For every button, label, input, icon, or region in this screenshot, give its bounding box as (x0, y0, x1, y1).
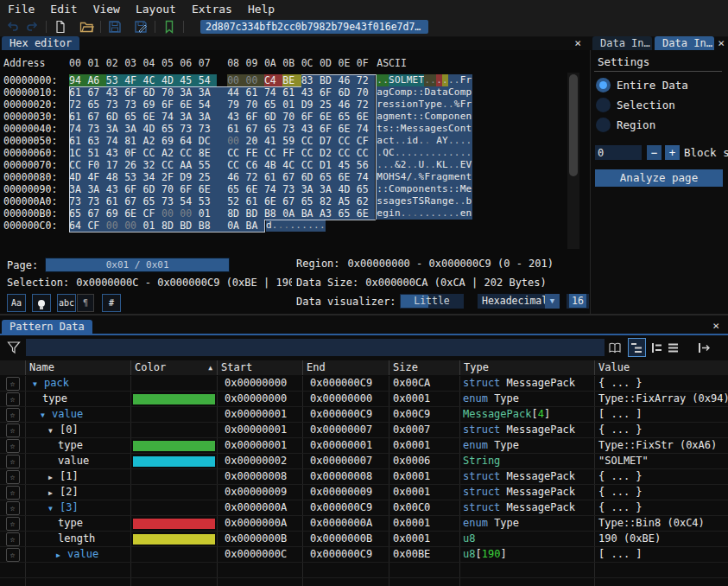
hex-byte[interactable]: 6E (180, 99, 198, 111)
analyze-page-button[interactable]: Analyze page (595, 169, 723, 187)
close-hex-editor-icon[interactable]: × (571, 36, 585, 50)
ascii-char[interactable]: T (413, 195, 419, 207)
hex-byte[interactable]: 6F (320, 123, 338, 135)
hex-byte[interactable]: 70 (161, 86, 180, 99)
ascii-char[interactable]: H (389, 171, 395, 183)
hex-byte[interactable]: CF (143, 207, 161, 220)
hex-byte[interactable]: 3A (301, 183, 320, 195)
minus-button[interactable]: − (647, 145, 662, 160)
ascii-char[interactable]: o (395, 86, 401, 99)
hex-byte[interactable]: 72 (357, 74, 375, 86)
ascii-char[interactable]: S (418, 195, 424, 207)
ascii-char[interactable]: . (401, 147, 407, 159)
hex-byte[interactable]: D9 (180, 171, 198, 183)
hex-byte[interactable]: 6E (338, 171, 356, 183)
hex-byte[interactable]: DC (199, 135, 217, 147)
hex-byte[interactable]: 43 (106, 183, 124, 195)
export-button[interactable] (695, 338, 713, 357)
hex-byte[interactable]: 74 (264, 86, 282, 99)
tab-hex-editor[interactable]: Hex editor (2, 36, 79, 50)
ascii-char[interactable]: i (401, 99, 407, 111)
hex-byte[interactable]: 79 (227, 99, 245, 111)
tab-data-information-1[interactable]: Data In… (592, 36, 652, 50)
hex-byte[interactable]: 4D (161, 74, 180, 86)
ascii-char[interactable]: g (442, 171, 448, 183)
ascii-char[interactable]: t (466, 123, 472, 135)
ascii-char[interactable]: Q (383, 147, 389, 159)
menu-file[interactable]: File (0, 1, 42, 17)
ascii-char[interactable]: e (407, 123, 413, 135)
ascii-char[interactable]: g (442, 195, 448, 207)
tab-data-information-2[interactable]: Data In… (655, 36, 714, 50)
ascii-char[interactable]: s (442, 123, 448, 135)
hex-byte[interactable]: 6D (338, 86, 356, 99)
col-size[interactable]: Size (389, 360, 460, 375)
hex-byte[interactable]: 44 (227, 86, 245, 99)
hex-byte[interactable]: 73 (199, 123, 217, 135)
radio-entire-data[interactable]: Entire Data (596, 76, 688, 93)
hex-byte[interactable]: D1 (320, 159, 338, 171)
hex-byte[interactable]: 65 (124, 111, 142, 123)
hex-byte[interactable]: 3A (87, 183, 105, 195)
hex-byte[interactable]: 25 (199, 171, 217, 183)
ascii-char[interactable]: : (418, 86, 424, 99)
hex-byte[interactable]: 6F (301, 111, 320, 123)
ascii-char[interactable]: . (407, 147, 413, 159)
hex-byte[interactable]: 70 (246, 99, 264, 111)
hex-byte[interactable]: D2 (320, 147, 338, 159)
pattern-row[interactable]: ☆type0x000000010x000000010x0001enum Type… (0, 438, 728, 454)
expand-arrow-icon[interactable]: ▶ (48, 486, 60, 500)
ascii-char[interactable]: . (448, 74, 454, 86)
hex-byte[interactable]: 74 (106, 135, 124, 147)
hex-byte[interactable]: 72 (246, 171, 264, 183)
ascii-char[interactable]: . (454, 159, 460, 171)
ascii-char[interactable]: n (466, 111, 472, 123)
ascii-char[interactable]: % (418, 171, 424, 183)
ascii-char[interactable]: & (395, 159, 401, 171)
ascii-char[interactable]: . (418, 207, 424, 220)
hex-byte[interactable]: 00 (161, 207, 180, 220)
hex-byte[interactable]: 00 (106, 220, 124, 232)
ascii-char[interactable]: g (395, 195, 401, 207)
hex-byte[interactable]: 3A (199, 111, 217, 123)
ascii-char[interactable]: b (466, 195, 472, 207)
ascii-char[interactable]: . (430, 147, 436, 159)
ascii-char[interactable]: t (407, 111, 413, 123)
ascii-char[interactable]: s (389, 99, 395, 111)
ascii-char[interactable]: C (389, 183, 395, 195)
hex-byte[interactable]: 6D (106, 111, 124, 123)
hex-byte[interactable]: 72 (357, 99, 375, 111)
hex-byte[interactable]: 65 (264, 123, 282, 135)
ascii-char[interactable]: o (413, 183, 419, 195)
ascii-char[interactable]: c (383, 135, 389, 147)
hex-byte[interactable]: 61 (69, 135, 87, 147)
hex-byte[interactable]: CC (161, 159, 180, 171)
ascii-char[interactable]: t (466, 171, 472, 183)
page-slider[interactable]: 0x01 / 0x01 (45, 258, 230, 272)
ascii-char[interactable]: m (460, 86, 466, 99)
ascii-char[interactable]: p (466, 86, 472, 99)
hex-byte[interactable]: 69 (143, 99, 161, 111)
ascii-char[interactable]: L (442, 159, 448, 171)
ascii-char[interactable]: s (383, 195, 389, 207)
ascii-char[interactable]: T (418, 99, 424, 111)
ascii-char[interactable]: . (442, 147, 448, 159)
hex-byte[interactable]: 59 (282, 135, 301, 147)
ascii-char[interactable]: s (418, 123, 424, 135)
hex-byte[interactable]: 43 (301, 123, 320, 135)
ascii-char[interactable]: . (301, 220, 307, 232)
hex-byte[interactable]: 65 (320, 171, 338, 183)
hex-byte[interactable]: 67 (87, 86, 105, 99)
hex-byte[interactable]: 4D (338, 183, 356, 195)
hex-byte[interactable]: 61 (264, 171, 282, 183)
hex-byte[interactable]: 65 (338, 207, 356, 220)
hex-byte[interactable]: 56 (357, 159, 375, 171)
ascii-char[interactable]: . (377, 147, 383, 159)
hex-byte[interactable]: 82 (320, 195, 338, 207)
ascii-char[interactable]: e (448, 195, 454, 207)
ascii-char[interactable]: . (430, 159, 436, 171)
ascii-char[interactable]: . (424, 135, 430, 147)
ascii-char[interactable]: . (407, 159, 413, 171)
hex-byte[interactable]: A2 (143, 135, 161, 147)
ascii-char[interactable]: . (401, 207, 407, 220)
